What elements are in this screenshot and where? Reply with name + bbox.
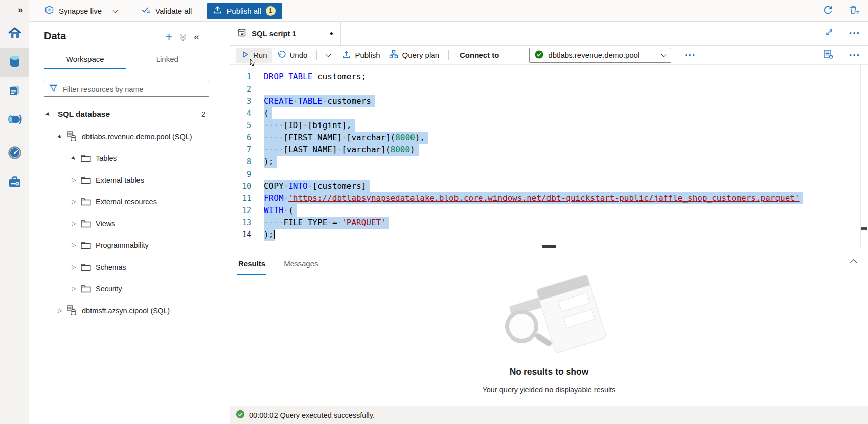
code-line[interactable]: 5····[ID]·[bigint], — [230, 119, 868, 132]
magnifier-icon — [505, 310, 538, 343]
toolbar-divider — [316, 50, 317, 60]
line-number[interactable]: 3 — [230, 95, 264, 107]
run-options-chevron[interactable] — [322, 51, 335, 59]
filter-input[interactable] — [62, 84, 204, 94]
line-number[interactable]: 5 — [230, 119, 264, 132]
publish-button[interactable]: Publish — [338, 48, 384, 63]
tab-more-icon[interactable]: ··· — [849, 31, 860, 36]
tree-item[interactable]: ▷External tables — [29, 169, 230, 191]
code-line[interactable]: 8); — [230, 156, 868, 168]
mode-selector[interactable]: Synapse live — [44, 5, 117, 16]
line-number[interactable]: 8 — [230, 156, 264, 168]
collapse-results-icon[interactable] — [851, 258, 856, 267]
section-count: 2 — [201, 110, 205, 118]
sidebar-tab-linked[interactable]: Linked — [126, 50, 209, 69]
properties-icon[interactable] — [823, 49, 834, 61]
code-line[interactable]: 14); — [230, 229, 868, 241]
nav-develop[interactable] — [0, 77, 29, 106]
line-number[interactable]: 9 — [230, 168, 264, 180]
line-number[interactable]: 13 — [230, 217, 264, 229]
code-line[interactable]: 3CREATE·TABLE·customers — [230, 95, 868, 107]
splitter-drag-handle[interactable] — [542, 245, 556, 248]
run-button[interactable]: Run — [236, 48, 272, 63]
section-caret-icon: ▶ — [44, 112, 52, 117]
gauge-icon — [8, 146, 22, 162]
code-line[interactable]: 13····FILE_TYPE·=·'PARQUET' — [230, 217, 868, 229]
caret-collapsed-icon[interactable]: ▷ — [70, 242, 78, 248]
nav-monitor[interactable] — [0, 139, 29, 168]
query-plan-button[interactable]: Query plan — [385, 47, 444, 63]
tree-item[interactable]: ▶dbtlabs.revenue.demo.pool (SQL) — [29, 125, 230, 147]
tree-item-label: Programmability — [96, 241, 149, 249]
editor-scrollbar-track[interactable] — [860, 65, 861, 247]
tree-item[interactable]: ▷Security — [29, 278, 230, 300]
nav-integrate[interactable] — [0, 106, 29, 135]
code-editor[interactable]: 1DROP TABLE customers;23CREATE·TABLE·cus… — [230, 65, 868, 247]
tree-section-header[interactable]: ▶ SQL database 2 — [29, 104, 230, 125]
code-line[interactable]: 6····[FIRST_NAME]·[varchar](8000), — [230, 132, 868, 144]
folder-icon — [81, 241, 91, 249]
nav-data[interactable] — [0, 48, 29, 77]
line-number[interactable]: 2 — [230, 83, 264, 95]
line-number[interactable]: 10 — [230, 180, 264, 192]
pool-select-dropdown[interactable]: dbtlabs.revenue.demo.pool — [529, 48, 671, 63]
publish-all-label: Publish all — [226, 7, 261, 15]
code-line[interactable]: 4( — [230, 107, 868, 119]
toolbar-more-icon[interactable]: ··· — [684, 53, 696, 58]
caret-collapsed-icon[interactable]: ▷ — [70, 198, 78, 205]
caret-collapsed-icon[interactable]: ▷ — [70, 285, 78, 292]
pool-value: dbtlabs.revenue.demo.pool — [548, 51, 639, 59]
line-number[interactable]: 4 — [230, 107, 264, 119]
validate-icon — [141, 6, 151, 16]
tree-item[interactable]: ▷Programmability — [29, 234, 230, 256]
line-number[interactable]: 1 — [230, 71, 264, 83]
caret-collapsed-icon[interactable]: ▷ — [70, 220, 78, 227]
results-tab-results[interactable]: Results — [237, 252, 266, 275]
tree-item[interactable]: ▷Views — [29, 213, 230, 234]
sql-script-tab[interactable]: SQL script 1 ● — [230, 22, 341, 45]
chevron-down-icon — [661, 51, 667, 57]
caret-collapsed-icon[interactable]: ▷ — [56, 307, 64, 314]
line-number[interactable]: 7 — [230, 144, 264, 156]
code-line[interactable]: 12WITH·( — [230, 204, 868, 217]
selection-highlight: ····[FIRST_NAME]·[varchar](8000), — [264, 132, 428, 144]
publish-icon — [342, 50, 351, 60]
code-line[interactable]: 10COPY·INTO·[customers] — [230, 180, 868, 192]
line-number[interactable]: 14 — [230, 229, 264, 241]
line-number[interactable]: 11 — [230, 192, 264, 204]
results-tab-messages[interactable]: Messages — [283, 252, 319, 275]
nav-home[interactable] — [0, 19, 29, 48]
tree-item[interactable]: ▷Schemas — [29, 256, 230, 278]
collapse-all-icon[interactable] — [181, 34, 185, 40]
selection-highlight: ····[ID]·[bigint], — [264, 119, 355, 132]
code-line[interactable]: 9 — [230, 168, 868, 180]
caret-collapsed-icon[interactable]: ▷ — [70, 264, 78, 270]
add-resource-icon[interactable]: + — [165, 32, 172, 42]
collapse-panel-icon[interactable]: « — [194, 32, 199, 41]
selection-highlight: ····[LAST_NAME]·[varchar](8000) — [264, 144, 419, 156]
sidebar-tab-workspace[interactable]: Workspace — [44, 50, 126, 69]
more-commands-icon[interactable]: ··· — [849, 53, 860, 58]
caret-expanded-icon[interactable]: ▶ — [56, 134, 64, 139]
code-line[interactable]: 7····[LAST_NAME]·[varchar](8000) — [230, 144, 868, 156]
undo-button[interactable]: Undo — [272, 48, 312, 63]
tree-item[interactable]: ▶Tables — [29, 147, 230, 169]
mode-label: Synapse live — [59, 7, 102, 15]
expand-rail-button[interactable]: » — [0, 0, 29, 19]
publish-all-button[interactable]: Publish all 1 — [207, 3, 282, 19]
line-number[interactable]: 6 — [230, 132, 264, 144]
nav-manage[interactable] — [0, 168, 29, 197]
code-line[interactable]: 1DROP TABLE customers; — [230, 71, 868, 83]
tree-item[interactable]: ▷dbtmsft.azsyn.cipool (SQL) — [29, 300, 230, 321]
validate-all-button[interactable]: Validate all — [141, 6, 192, 16]
discard-all-icon[interactable] — [849, 5, 860, 17]
line-number[interactable]: 12 — [230, 204, 264, 217]
expand-editor-icon[interactable] — [825, 28, 834, 39]
caret-expanded-icon[interactable]: ▶ — [70, 156, 78, 161]
code-line-content: FROM·'https://dbtlabsynapsedatalake.blob… — [264, 192, 803, 204]
caret-collapsed-icon[interactable]: ▷ — [70, 177, 78, 183]
refresh-icon[interactable] — [823, 5, 833, 17]
tree-item[interactable]: ▷External resources — [29, 191, 230, 213]
code-line[interactable]: 2 — [230, 83, 868, 95]
code-line[interactable]: 11FROM·'https://dbtlabsynapsedatalake.bl… — [230, 192, 868, 204]
